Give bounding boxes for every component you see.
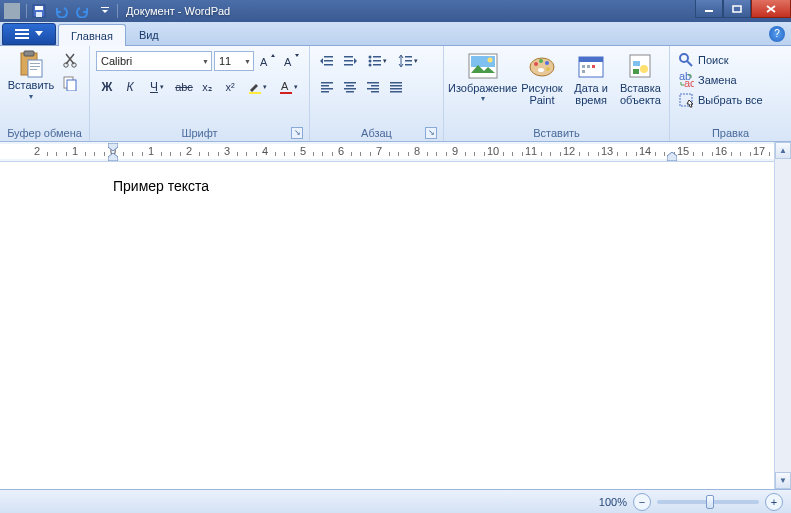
tab-home[interactable]: Главная <box>58 24 126 46</box>
svg-rect-50 <box>371 91 379 93</box>
font-size-select[interactable]: 11▼ <box>214 51 254 71</box>
right-indent-marker[interactable] <box>667 151 677 162</box>
scroll-down-button[interactable]: ▼ <box>775 472 791 489</box>
paste-button[interactable]: Вставить ▾ <box>4 48 58 101</box>
align-left-button[interactable] <box>316 76 338 98</box>
ruler[interactable]: 2101234567891011121314151617 <box>0 142 791 162</box>
align-right-button[interactable] <box>362 76 384 98</box>
find-button[interactable]: Поиск <box>674 50 732 70</box>
svg-rect-25 <box>324 60 333 62</box>
svg-point-59 <box>534 62 538 66</box>
strikethrough-button[interactable]: abc <box>173 76 195 98</box>
svg-rect-54 <box>390 91 402 93</box>
group-font: Calibri▼ 11▼ A A Ж К Ч▾ abc x₂ x² ▾ A▾ Ш… <box>90 46 310 141</box>
svg-rect-53 <box>390 88 402 90</box>
svg-rect-18 <box>67 80 76 91</box>
svg-rect-13 <box>30 66 40 67</box>
shrink-font-button[interactable]: A <box>280 50 302 72</box>
svg-rect-5 <box>733 6 741 12</box>
qat-customize-button[interactable] <box>95 2 115 20</box>
svg-rect-40 <box>321 85 329 87</box>
font-family-select[interactable]: Calibri▼ <box>96 51 212 71</box>
svg-rect-68 <box>592 65 595 68</box>
svg-rect-33 <box>373 60 381 62</box>
svg-rect-73 <box>633 69 639 74</box>
help-button[interactable]: ? <box>769 26 785 42</box>
svg-text:A: A <box>281 80 289 92</box>
svg-rect-10 <box>24 51 34 56</box>
calendar-icon <box>575 50 607 82</box>
svg-rect-1 <box>35 6 43 10</box>
redo-button[interactable] <box>73 2 93 20</box>
select-all-button[interactable]: Выбрать все <box>674 90 767 110</box>
svg-point-72 <box>640 65 648 73</box>
maximize-button[interactable] <box>723 0 751 18</box>
image-icon <box>467 50 499 82</box>
select-all-icon <box>678 92 694 108</box>
grow-font-button[interactable]: A <box>256 50 278 72</box>
svg-point-57 <box>487 58 492 63</box>
svg-rect-37 <box>405 60 412 62</box>
indent-marker[interactable] <box>108 143 118 162</box>
justify-button[interactable] <box>385 76 407 98</box>
bullets-button[interactable]: ▾ <box>362 50 392 72</box>
undo-button[interactable] <box>51 2 71 20</box>
highlight-button[interactable]: ▾ <box>242 76 272 98</box>
italic-button[interactable]: К <box>119 76 141 98</box>
subscript-button[interactable]: x₂ <box>196 76 218 98</box>
svg-rect-4 <box>705 10 713 12</box>
group-clipboard: Вставить ▾ Буфер обмена <box>0 46 90 141</box>
replace-icon: abac <box>678 72 694 88</box>
insert-image-button[interactable]: Изображение▾ <box>448 48 517 103</box>
svg-rect-35 <box>373 64 381 66</box>
group-editing: Поиск abac Замена Выбрать все Правка <box>670 46 791 141</box>
svg-rect-7 <box>15 33 29 35</box>
paint-icon <box>526 50 558 82</box>
svg-rect-28 <box>344 60 353 62</box>
bold-button[interactable]: Ж <box>96 76 118 98</box>
svg-rect-52 <box>390 85 402 87</box>
cut-button[interactable] <box>60 50 80 70</box>
svg-rect-65 <box>579 57 603 62</box>
svg-rect-67 <box>587 65 590 68</box>
document-area[interactable]: Пример текста <box>0 163 791 489</box>
increase-indent-button[interactable] <box>339 50 361 72</box>
insert-paint-button[interactable]: Рисунок Paint <box>517 48 566 106</box>
svg-rect-42 <box>321 91 329 93</box>
close-button[interactable] <box>751 0 791 18</box>
font-color-button[interactable]: A▾ <box>273 76 303 98</box>
svg-rect-48 <box>371 85 379 87</box>
font-dialog-launcher[interactable]: ↘ <box>291 127 303 139</box>
zoom-in-button[interactable]: + <box>765 493 783 511</box>
decrease-indent-button[interactable] <box>316 50 338 72</box>
app-icon <box>4 3 20 19</box>
save-button[interactable] <box>29 2 49 20</box>
zoom-level: 100% <box>599 496 627 508</box>
svg-rect-6 <box>15 29 29 31</box>
svg-rect-47 <box>367 82 379 84</box>
minimize-button[interactable] <box>695 0 723 18</box>
svg-rect-69 <box>582 70 585 73</box>
line-spacing-button[interactable]: ▾ <box>393 50 423 72</box>
svg-point-32 <box>369 60 372 63</box>
underline-button[interactable]: Ч▾ <box>142 76 172 98</box>
scroll-up-button[interactable]: ▲ <box>775 142 791 159</box>
svg-text:A: A <box>284 56 292 68</box>
file-menu-button[interactable] <box>2 23 56 45</box>
svg-rect-3 <box>101 7 109 8</box>
insert-object-button[interactable]: Вставка объекта <box>616 48 665 106</box>
status-bar: 100% − + <box>0 489 791 513</box>
svg-rect-45 <box>344 88 356 90</box>
paragraph-dialog-launcher[interactable]: ↘ <box>425 127 437 139</box>
tab-view[interactable]: Вид <box>126 23 172 45</box>
svg-rect-14 <box>30 69 37 70</box>
insert-datetime-button[interactable]: Дата и время <box>567 48 616 106</box>
copy-button[interactable] <box>60 73 80 93</box>
vertical-scrollbar[interactable]: ▲ ▼ <box>774 142 791 489</box>
replace-button[interactable]: abac Замена <box>674 70 741 90</box>
zoom-slider[interactable] <box>657 500 759 504</box>
zoom-out-button[interactable]: − <box>633 493 651 511</box>
superscript-button[interactable]: x² <box>219 76 241 98</box>
align-center-button[interactable] <box>339 76 361 98</box>
svg-rect-38 <box>405 64 412 66</box>
